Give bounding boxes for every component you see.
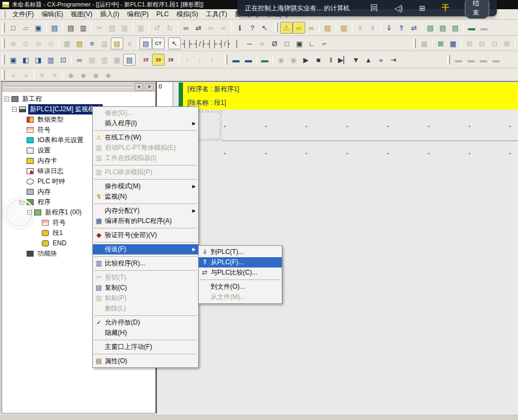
- section-name-row[interactable]: [段名称 : 段1]: [183, 96, 518, 110]
- transfer-program-icon[interactable]: ▤: [424, 22, 437, 34]
- mark-d-icon[interactable]: ◆: [102, 69, 115, 81]
- tree-item[interactable]: −新工程: [2, 94, 155, 104]
- indent-left-icon[interactable]: «: [7, 69, 20, 81]
- print-preview-icon[interactable]: ▥: [77, 22, 90, 34]
- force-on-icon[interactable]: ↑: [181, 54, 193, 66]
- help-icon[interactable]: ?: [246, 22, 258, 34]
- menu-item-row[interactable]: ▥比较程序(R)...: [93, 258, 198, 269]
- edit-rung-icon[interactable]: ⊡: [488, 37, 501, 49]
- program-check-icon[interactable]: ⊠: [434, 37, 447, 49]
- sim-pause-icon[interactable]: ‖: [325, 54, 337, 66]
- window-panel-icon[interactable]: ⊞: [419, 4, 426, 12]
- collapse-expander-icon[interactable]: −: [12, 107, 17, 112]
- menu-item-row[interactable]: 传送(F)▶: [93, 244, 198, 254]
- menubar-item[interactable]: 工具(T): [202, 9, 231, 20]
- pane-dropdown-icon[interactable]: ▾: [135, 83, 143, 91]
- rung-wrap-icon[interactable]: ≡: [123, 37, 136, 49]
- step-run-icon[interactable]: ▶▏: [337, 54, 350, 66]
- cut-icon[interactable]: ✂: [93, 22, 106, 34]
- pt-integrated-sim-icon[interactable]: ▤: [321, 22, 334, 34]
- menu-item-row[interactable]: ✂剪切(T): [93, 272, 198, 283]
- menu-item-row[interactable]: 主窗口上浮动(F): [93, 342, 198, 352]
- monitor-all-icon[interactable]: ∞: [305, 22, 318, 34]
- menubar-item[interactable]: 编辑(E): [37, 9, 67, 20]
- menu-item-row[interactable]: 从文件(M)...: [199, 292, 282, 302]
- menu-item-row[interactable]: ⇓到PLC(T)...: [199, 247, 282, 257]
- continuous-step-icon[interactable]: »: [375, 54, 387, 66]
- paste-icon[interactable]: ▥: [118, 22, 131, 34]
- mark-c-icon[interactable]: ◆: [90, 69, 102, 81]
- output-window-icon[interactable]: ▤: [86, 54, 98, 66]
- window-new-icon[interactable]: ⊡: [57, 54, 70, 66]
- compare-project-icon[interactable]: ▤: [48, 22, 61, 34]
- work-online-icon[interactable]: ⚠: [280, 22, 293, 34]
- symbol-display-icon[interactable]: ▤: [73, 37, 86, 49]
- inverted-instruction-icon[interactable]: ▣: [293, 37, 306, 49]
- horizontal-scrollbar[interactable]: [0, 413, 518, 420]
- menu-item-row[interactable]: 修改(G)...: [93, 108, 198, 118]
- vertical-line-icon[interactable]: │: [231, 37, 243, 49]
- contact-nc-icon[interactable]: ┤/├: [193, 37, 206, 49]
- speaker-icon[interactable]: ◁): [394, 4, 402, 12]
- monitor-window-1-icon[interactable]: ▬: [230, 54, 242, 66]
- monitor-window-icon[interactable]: ▥: [98, 37, 111, 49]
- window-arrange-icon[interactable]: ▥: [45, 54, 57, 66]
- search-next-icon[interactable]: ∞: [217, 22, 230, 34]
- watch-window-icon[interactable]: ∞: [73, 54, 86, 66]
- save-icon[interactable]: ▣: [32, 22, 45, 34]
- menu-item-row[interactable]: ⇄与PLC比较(C)...: [199, 268, 282, 278]
- menu-item-row[interactable]: ↯监视(N): [93, 192, 198, 202]
- ct-view-icon[interactable]: CT: [152, 37, 165, 49]
- menubar-item[interactable]: 插入(I): [96, 9, 123, 20]
- scan-run-icon[interactable]: ◉: [287, 54, 300, 66]
- block-select-icon[interactable]: ⌐: [318, 37, 331, 49]
- menu-item-row[interactable]: 内存分配(Y)▶: [93, 206, 198, 216]
- online-simulator-icon[interactable]: ▤: [338, 22, 350, 34]
- delete-rung-icon[interactable]: ⊠: [501, 37, 513, 49]
- compile-icon[interactable]: ▩: [418, 37, 431, 49]
- context-help-icon[interactable]: ↖: [258, 22, 271, 34]
- menu-item-row[interactable]: ▤属性(O): [93, 356, 198, 366]
- monitor-mode-icon[interactable]: ∞: [293, 22, 305, 34]
- align-list-alt-icon[interactable]: ≡: [48, 69, 61, 81]
- about-icon[interactable]: ℹ: [233, 22, 246, 34]
- menu-item-row[interactable]: ⚠在线工作(W): [93, 132, 198, 143]
- pulse-monitor-3-icon[interactable]: ▬: [477, 54, 490, 66]
- sim-stop-icon[interactable]: ■: [312, 54, 325, 66]
- menu-item-row[interactable]: ◆验证符号(全部)(V): [93, 230, 198, 240]
- select-tool-icon[interactable]: ↖: [168, 37, 181, 49]
- rung-number-cell[interactable]: 0: [157, 82, 173, 110]
- menu-item-row[interactable]: ▥粘贴(P): [93, 293, 198, 303]
- zoom-in-icon[interactable]: ⊕: [7, 37, 20, 49]
- instruction-box-icon[interactable]: □: [281, 37, 293, 49]
- transfer-to-plc-icon[interactable]: ⇓: [383, 22, 395, 34]
- end-session-button[interactable]: 结束: [465, 0, 489, 19]
- copy-icon[interactable]: ▤: [106, 22, 118, 34]
- insert-rung-below-icon[interactable]: ⊟: [476, 37, 488, 49]
- hex-view-icon[interactable]: ▤: [123, 54, 136, 66]
- block-corner-icon[interactable]: ∟: [306, 37, 318, 49]
- menu-item-row[interactable]: ▤复制(C): [93, 283, 198, 293]
- force-off-icon[interactable]: ↓: [193, 54, 206, 66]
- horizontal-line-icon[interactable]: ─: [243, 37, 256, 49]
- align-list-icon[interactable]: ≡: [36, 69, 48, 81]
- window-split-icon[interactable]: ◨: [32, 54, 45, 66]
- paste-rung-icon[interactable]: ▥: [135, 22, 147, 34]
- coil-nc-icon[interactable]: Ø: [268, 37, 281, 49]
- cross-reference-icon[interactable]: ▥: [98, 54, 111, 66]
- force-cancel-icon[interactable]: ↕: [206, 54, 218, 66]
- address-reference-icon[interactable]: ▦: [111, 54, 123, 66]
- decimal-monitor-icon[interactable]: 10: [140, 54, 152, 66]
- menu-item-row[interactable]: 隐藏(H): [93, 328, 198, 338]
- pause-sync-icon[interactable]: ‖: [354, 22, 367, 34]
- menubar-item[interactable]: 编程(P): [123, 9, 153, 20]
- window-cascade-icon[interactable]: ▣: [7, 54, 20, 66]
- transfer-from-plc-icon[interactable]: ⇑: [395, 22, 408, 34]
- indent-right-icon[interactable]: »: [20, 69, 32, 81]
- program-name-row[interactable]: [程序名 : 新程序1]: [183, 82, 518, 96]
- replace-icon[interactable]: ⇄: [192, 22, 205, 34]
- open-file-icon[interactable]: ▱: [20, 22, 32, 34]
- menu-item-row[interactable]: 删除(L): [93, 303, 198, 314]
- pulse-monitor-1-icon[interactable]: ▬: [452, 54, 465, 66]
- zoom-custom-icon[interactable]: ⊙: [20, 37, 32, 49]
